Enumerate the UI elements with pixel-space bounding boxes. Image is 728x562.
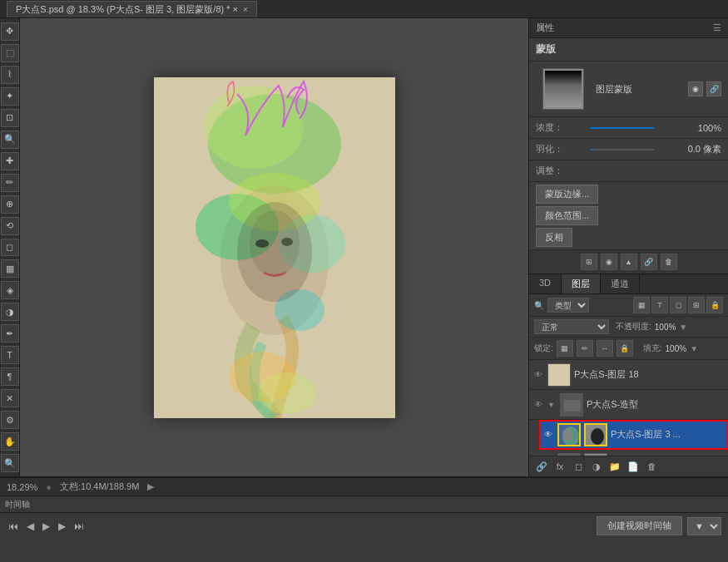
- arrow-icon[interactable]: ▶: [147, 481, 154, 492]
- tool-path[interactable]: ✕: [1, 389, 19, 407]
- layers-tabs: 3D 图层 通道: [529, 274, 728, 294]
- close-tab-button[interactable]: ×: [243, 5, 248, 14]
- filter-icon-4[interactable]: ⊞: [688, 297, 705, 313]
- group-expand-arrow[interactable]: ▼: [547, 401, 555, 409]
- tool-clone[interactable]: ⊕: [1, 195, 19, 214]
- tool-blur[interactable]: ◈: [1, 281, 19, 299]
- filter-icon-1[interactable]: ▦: [633, 297, 650, 313]
- layer-group-item[interactable]: 👁 ▼ P大点S-造型: [529, 390, 728, 420]
- timeline-skip-start[interactable]: ⏮: [7, 520, 20, 532]
- layer-adjust-btn[interactable]: ◑: [589, 459, 604, 474]
- status-bar: 18.29% ● 文档:10.4M/188.9M ▶: [0, 477, 728, 495]
- prop-tool-4[interactable]: 🔗: [641, 254, 657, 270]
- density-slider[interactable]: [591, 127, 654, 129]
- prop-tool-1[interactable]: ⊞: [581, 254, 597, 270]
- feather-slider[interactable]: [591, 149, 654, 150]
- create-timeline-button[interactable]: 创建视频时间轴: [597, 516, 682, 535]
- feather-label: 羽化：: [536, 143, 586, 155]
- tab-label: P大点S.psd @ 18.3% (P大点S- 图层 3, 图层蒙版/8) * …: [16, 3, 238, 16]
- adjust-label-row: 调整：: [529, 160, 728, 182]
- tool-lasso[interactable]: ⌇: [1, 66, 19, 84]
- timeline-next-frame[interactable]: ▶: [57, 520, 67, 532]
- tool-zoom[interactable]: 🔍: [1, 454, 19, 472]
- tool-select[interactable]: ⬚: [1, 44, 19, 62]
- properties-panel: 属性 ☰ 蒙版 图层蒙版 ◉ 🔗: [529, 18, 728, 274]
- tool-history[interactable]: ⟲: [1, 217, 19, 235]
- tool-pen[interactable]: ✒: [1, 324, 19, 343]
- tool-text[interactable]: T: [1, 346, 19, 364]
- blend-mode-select[interactable]: 正常: [534, 319, 609, 334]
- mask-icon-eye[interactable]: ◉: [688, 81, 703, 96]
- tool-3d[interactable]: ⚙: [1, 411, 19, 429]
- tool-dodge[interactable]: ◑: [1, 303, 19, 321]
- layer-visibility-eye[interactable]: 👁: [542, 429, 554, 441]
- mask-edge-button[interactable]: 蒙版边缘...: [536, 185, 598, 204]
- density-row: 浓度： 100%: [529, 117, 728, 139]
- eraser-icon: ◻: [6, 242, 13, 253]
- timeline-play[interactable]: ▶: [41, 520, 52, 532]
- properties-header: 属性 ☰: [529, 18, 728, 38]
- properties-title: 属性: [536, 22, 554, 34]
- layer-visibility-eye[interactable]: 👁: [532, 369, 544, 381]
- lock-icon-1[interactable]: ▦: [557, 340, 573, 357]
- filter-icon-2[interactable]: T: [651, 297, 668, 313]
- layer-type-select[interactable]: 类型: [547, 298, 589, 313]
- timeline-label: 时间轴: [5, 499, 30, 510]
- invert-button[interactable]: 反相: [536, 228, 572, 247]
- select-icon: ⬚: [6, 47, 14, 58]
- main-layout: ✥ ⬚ ⌇ ✦ ⊡ 🔍 ✚ ✏ ⊕ ⟲ ◻ ▦ ◈ ◑ ✒ T ¶ ✕ ⚙ ✋ …: [0, 18, 728, 476]
- canvas-wrapper: [154, 77, 395, 418]
- timeline-prev-frame[interactable]: ◀: [25, 520, 36, 532]
- layer-new-btn[interactable]: 📄: [626, 459, 641, 474]
- tab-3d[interactable]: 3D: [529, 274, 562, 293]
- tab-layers[interactable]: 图层: [562, 274, 601, 293]
- layer-delete-btn[interactable]: 🗑: [644, 459, 659, 474]
- tool-move[interactable]: ✥: [1, 22, 19, 41]
- mask-icon-link[interactable]: 🔗: [706, 81, 721, 96]
- svg-rect-21: [558, 454, 581, 456]
- svg-point-20: [591, 428, 604, 445]
- layer-item[interactable]: 👁 P大点S-图层 18: [529, 360, 728, 390]
- lock-icon-4[interactable]: 🔒: [617, 340, 633, 357]
- tool-paragraph[interactable]: ¶: [1, 367, 19, 386]
- canvas-area[interactable]: [20, 18, 528, 476]
- layer-link-btn[interactable]: 🔗: [534, 459, 549, 474]
- filter-icon-5[interactable]: 🔒: [706, 297, 723, 313]
- tool-eraser[interactable]: ◻: [1, 239, 19, 257]
- tool-eyedrop[interactable]: 🔍: [1, 131, 19, 149]
- filter-icon-3[interactable]: ◻: [670, 297, 686, 313]
- layer-mask-btn[interactable]: ◻: [571, 459, 586, 474]
- prop-tool-3[interactable]: ▲: [621, 254, 637, 270]
- fill-arrow[interactable]: ▼: [690, 344, 698, 353]
- timeline-panel: 时间轴 ⏮ ◀ ▶ ▶ ⏭ 创建视频时间轴 ▼: [0, 495, 728, 562]
- layers-list[interactable]: 👁 P大点S-图层 18 👁 ▼ P大点S-造型 👁: [529, 360, 728, 456]
- tool-wand[interactable]: ✦: [1, 87, 19, 106]
- timeline-skip-end[interactable]: ⏭: [72, 520, 86, 532]
- prop-tool-5[interactable]: 🗑: [661, 254, 677, 270]
- timeline-type-select[interactable]: ▼: [687, 517, 721, 535]
- mask-preview-inner: [545, 71, 582, 107]
- title-bar: P大点S.psd @ 18.3% (P大点S- 图层 3, 图层蒙版/8) * …: [0, 0, 728, 18]
- tool-gradient[interactable]: ▦: [1, 259, 19, 278]
- active-layer-item[interactable]: 👁 P大点S-图层 3 ...: [539, 420, 728, 450]
- blend-opacity-row: 正常 不透明度: 100% ▼: [529, 317, 728, 338]
- tool-crop[interactable]: ⊡: [1, 109, 19, 127]
- layer-folder-btn[interactable]: 📁: [607, 459, 622, 474]
- color-range-button[interactable]: 颜色范围...: [536, 206, 598, 225]
- panel-menu-icon[interactable]: ☰: [713, 22, 721, 33]
- tab-channel[interactable]: 通道: [601, 274, 640, 293]
- lock-icon-2[interactable]: ✏: [577, 340, 593, 357]
- prop-tool-2[interactable]: ◉: [601, 254, 617, 270]
- layer-fx-btn[interactable]: fx: [552, 459, 567, 474]
- artwork-svg: [154, 77, 395, 418]
- layer-item[interactable]: 👁 P大点S-图层 10: [539, 450, 728, 456]
- document-tab[interactable]: P大点S.psd @ 18.3% (P大点S- 图层 3, 图层蒙版/8) * …: [7, 1, 257, 17]
- tool-heal[interactable]: ✚: [1, 152, 19, 170]
- layer-name: P大点S-图层 3 ...: [611, 428, 725, 441]
- density-slider-fill: [591, 127, 654, 129]
- tool-hand[interactable]: ✋: [1, 432, 19, 451]
- layer-visibility-eye[interactable]: 👁: [532, 399, 544, 411]
- opacity-arrow[interactable]: ▼: [679, 323, 687, 332]
- lock-icon-3[interactable]: ↔: [597, 340, 613, 357]
- tool-brush[interactable]: ✏: [1, 174, 19, 192]
